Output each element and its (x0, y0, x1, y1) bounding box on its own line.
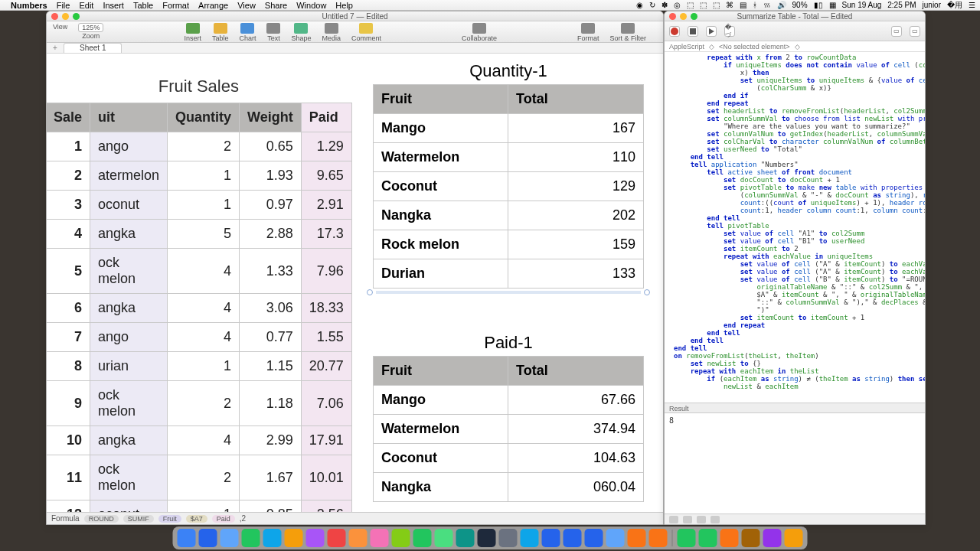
format-icon[interactable] (581, 23, 595, 34)
cell[interactable]: 1.33 (240, 249, 302, 294)
battery-icon[interactable]: ▮▯ (814, 1, 823, 9)
cell[interactable]: atermelon (90, 161, 168, 191)
cell[interactable]: 2 (47, 161, 90, 191)
dock-app[interactable] (328, 529, 346, 547)
table-row[interactable]: Coconut104.63 (374, 444, 644, 473)
col-fruit[interactable]: uit (90, 103, 168, 132)
col-paid[interactable]: Paid (301, 103, 351, 132)
menu-view[interactable]: View (237, 1, 256, 10)
add-sheet-button[interactable]: + (50, 44, 60, 52)
dock-app[interactable] (649, 529, 668, 547)
dock-app[interactable] (392, 529, 410, 547)
status-icon[interactable]: ⬚ (700, 1, 707, 9)
menu-share[interactable]: Share (265, 1, 287, 10)
cell[interactable]: ock melon (90, 381, 168, 426)
bluetooth-icon[interactable]: ᚼ (753, 1, 757, 9)
cell[interactable]: 2.99 (240, 426, 302, 455)
cell[interactable]: 10 (47, 426, 90, 455)
cell[interactable]: angka (90, 220, 168, 249)
cell[interactable]: Nangka (374, 201, 508, 230)
menu-arrange[interactable]: Arrange (198, 1, 228, 10)
dock-app[interactable] (220, 529, 239, 547)
minimize-button[interactable] (680, 13, 687, 20)
cell[interactable]: 133 (508, 259, 644, 289)
cell[interactable]: 11 (47, 455, 90, 500)
dock-app[interactable] (263, 529, 282, 547)
cell[interactable]: oconut (90, 191, 168, 220)
table-row[interactable]: 3 oconut 1 0.97 2.91 (47, 191, 351, 220)
dock-app[interactable] (785, 529, 803, 547)
table-row[interactable]: Mango167 (374, 114, 644, 143)
table-row[interactable]: 1 ango 2 0.65 1.29 (47, 132, 351, 161)
cell[interactable]: 2 (168, 132, 240, 161)
menu-window[interactable]: Window (296, 1, 326, 10)
table-row[interactable]: 8 urian 1 1.15 20.77 (47, 352, 351, 381)
cell[interactable]: 1 (168, 500, 240, 513)
table-quantity[interactable]: Fruit Total Mango167Watermelon110Coconut… (373, 84, 644, 289)
table-row[interactable]: Coconut129 (374, 172, 644, 201)
dock-app[interactable] (763, 529, 782, 547)
dock-app[interactable] (413, 529, 432, 547)
menu-table[interactable]: Table (133, 1, 153, 10)
cell[interactable]: Rock melon (374, 230, 508, 259)
minimize-button[interactable] (62, 13, 69, 20)
dock-app[interactable] (564, 529, 582, 547)
dock-app[interactable] (542, 529, 560, 547)
cell[interactable]: 9 (47, 381, 90, 426)
cell[interactable]: 7.06 (301, 381, 351, 426)
qcol-fruit[interactable]: Fruit (374, 85, 508, 114)
cell[interactable]: ango (90, 132, 168, 161)
cell[interactable]: 4 (168, 294, 240, 323)
dock-app[interactable] (478, 529, 496, 547)
table-row[interactable]: 2 atermelon 1 1.93 9.65 (47, 161, 351, 191)
cell[interactable]: Watermelon (374, 143, 508, 172)
cell[interactable]: 1.55 (301, 323, 351, 352)
dock-app[interactable] (606, 529, 625, 547)
menubar-user[interactable]: junior (923, 1, 941, 9)
dock-app[interactable] (720, 529, 739, 547)
cell[interactable]: Nangka (374, 473, 508, 502)
dock-app[interactable] (628, 529, 646, 547)
status-icon[interactable]: ⌘ (726, 1, 733, 9)
dock-app[interactable] (285, 529, 303, 547)
zoom-button[interactable] (73, 13, 80, 20)
menubar-date[interactable]: Sun 19 Aug (842, 1, 882, 9)
script-titlebar[interactable]: Summarize Table - Total — Edited (665, 11, 925, 21)
cell[interactable]: 9.65 (301, 161, 351, 191)
text-icon[interactable] (266, 23, 280, 34)
cell[interactable]: 5 (168, 220, 240, 249)
dock-app[interactable] (521, 529, 539, 547)
cell[interactable]: 1 (168, 352, 240, 381)
dock-app[interactable] (349, 529, 368, 547)
cell[interactable]: 1 (168, 161, 240, 191)
app-menu[interactable]: Numbers (11, 1, 47, 10)
dock-app[interactable] (678, 529, 696, 547)
insert-icon[interactable] (186, 23, 200, 34)
cell[interactable]: 17.91 (301, 426, 351, 455)
cell[interactable]: angka (90, 426, 168, 455)
cell[interactable]: ock melon (90, 249, 168, 294)
table-handle[interactable] (367, 289, 373, 295)
menubar-time[interactable]: 2:25 PM (887, 1, 916, 9)
menu-help[interactable]: Help (335, 1, 353, 10)
col-weight[interactable]: Weight (240, 103, 302, 132)
col-resize-bar[interactable] (376, 291, 641, 294)
cell[interactable]: Coconut (374, 172, 508, 201)
menu-file[interactable]: File (57, 1, 70, 10)
qcol-total[interactable]: Total (508, 85, 644, 114)
cell[interactable]: 6 (47, 294, 90, 323)
footer-icon[interactable] (710, 516, 720, 523)
cell[interactable]: Durian (374, 259, 508, 289)
cell[interactable]: 0.77 (240, 323, 302, 352)
dock-app[interactable] (742, 529, 760, 547)
dock-app[interactable] (499, 529, 518, 547)
cell[interactable]: Coconut (374, 444, 508, 473)
cell[interactable]: oconut (90, 500, 168, 513)
table-icon[interactable] (214, 23, 227, 34)
zoom-select[interactable]: 125% (78, 23, 103, 32)
cell[interactable]: 0.65 (240, 132, 302, 161)
formula-bar[interactable]: Formula ROUND SUMIF Fruit $A7 Paid ,2 (47, 512, 663, 524)
table-row[interactable]: 5 ock melon 4 1.33 7.96 (47, 249, 351, 294)
cell[interactable]: Mango (374, 114, 508, 143)
cell[interactable]: 1 (47, 132, 90, 161)
